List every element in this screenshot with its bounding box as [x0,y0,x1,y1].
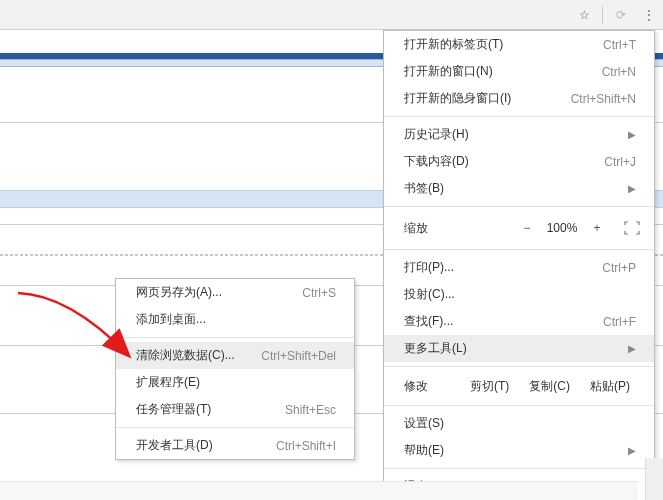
menu-item-label: 历史记录(H) [404,126,622,143]
toolbar-separator [602,6,603,24]
zoom-out-button[interactable]: − [514,221,540,235]
edit-row: 修改 剪切(T) 复制(C) 粘贴(P) [384,371,654,401]
zoom-label: 缩放 [404,220,514,237]
menu-item-shortcut: Ctrl+N [602,65,636,79]
menu-item-shortcut: Ctrl+P [602,261,636,275]
bottom-bar [0,481,638,500]
chevron-right-icon: ▶ [628,129,636,140]
browser-toolbar: ☆ ⟳ ⋮ [0,0,663,30]
chevron-right-icon: ▶ [628,343,636,354]
paste-button[interactable]: 粘贴(P) [580,378,640,395]
menu-item-label: 打印(P)... [404,259,602,276]
menu-separator [384,249,654,250]
menu-item-label: 查找(F)... [404,313,603,330]
menu-separator [384,366,654,367]
menu-separator [384,206,654,207]
menu-item-shortcut: Ctrl+F [603,315,636,329]
menu-item-shortcut: Ctrl+S [302,286,336,300]
main-menu: 打开新的标签页(T)Ctrl+T打开新的窗口(N)Ctrl+N打开新的隐身窗口(… [383,30,655,500]
menu-item-shortcut: Ctrl+Shift+N [571,92,636,106]
star-icon[interactable]: ☆ [574,5,594,25]
menu-item-label: 打开新的标签页(T) [404,36,603,53]
zoom-in-button[interactable]: + [584,221,610,235]
main-menu-item[interactable]: 下载内容(D)Ctrl+J [384,148,654,175]
menu-item-shortcut: Ctrl+Shift+Del [261,349,336,363]
menu-item-label: 网页另存为(A)... [136,284,302,301]
menu-item-label: 设置(S) [404,415,636,432]
menu-separator [384,116,654,117]
menu-item-label: 清除浏览数据(C)... [136,347,261,364]
main-menu-item[interactable]: 设置(S) [384,410,654,437]
zoom-value: 100% [540,221,584,235]
copy-button[interactable]: 复制(C) [519,378,580,395]
main-menu-item[interactable]: 打开新的窗口(N)Ctrl+N [384,58,654,85]
menu-item-label: 扩展程序(E) [136,374,336,391]
menu-separator [384,468,654,469]
submenu-item[interactable]: 添加到桌面... [116,306,354,333]
main-menu-item[interactable]: 历史记录(H)▶ [384,121,654,148]
main-menu-item[interactable]: 打开新的隐身窗口(I)Ctrl+Shift+N [384,85,654,112]
menu-separator [384,405,654,406]
submenu-item[interactable]: 扩展程序(E) [116,369,354,396]
menu-item-shortcut: Shift+Esc [285,403,336,417]
main-menu-item[interactable]: 帮助(E)▶ [384,437,654,464]
menu-item-label: 更多工具(L) [404,340,622,357]
reload-icon[interactable]: ⟳ [611,5,631,25]
submenu-item[interactable]: 任务管理器(T)Shift+Esc [116,396,354,423]
main-menu-item[interactable]: 投射(C)... [384,281,654,308]
menu-item-shortcut: Ctrl+J [604,155,636,169]
fullscreen-icon[interactable] [620,219,644,237]
main-menu-item[interactable]: 查找(F)...Ctrl+F [384,308,654,335]
more-icon[interactable]: ⋮ [639,5,659,25]
menu-item-shortcut: Ctrl+T [603,38,636,52]
chevron-right-icon: ▶ [628,183,636,194]
menu-item-label: 开发者工具(D) [136,437,276,454]
main-menu-item[interactable]: 打印(P)...Ctrl+P [384,254,654,281]
main-menu-item[interactable]: 书签(B)▶ [384,175,654,202]
more-tools-submenu: 网页另存为(A)...Ctrl+S添加到桌面... 清除浏览数据(C)...Ct… [115,278,355,460]
cut-button[interactable]: 剪切(T) [460,378,519,395]
menu-separator [116,427,354,428]
menu-item-label: 打开新的窗口(N) [404,63,602,80]
zoom-row: 缩放 − 100% + [384,211,654,245]
edit-label: 修改 [404,378,460,395]
menu-separator [116,337,354,338]
menu-item-label: 打开新的隐身窗口(I) [404,90,571,107]
submenu-item[interactable]: 网页另存为(A)...Ctrl+S [116,279,354,306]
menu-item-label: 下载内容(D) [404,153,604,170]
menu-item-label: 投射(C)... [404,286,636,303]
main-menu-item[interactable]: 更多工具(L)▶ [384,335,654,362]
submenu-item[interactable]: 清除浏览数据(C)...Ctrl+Shift+Del [116,342,354,369]
menu-item-label: 添加到桌面... [136,311,336,328]
chevron-right-icon: ▶ [628,445,636,456]
menu-item-label: 书签(B) [404,180,622,197]
submenu-item[interactable]: 开发者工具(D)Ctrl+Shift+I [116,432,354,459]
scrollbar-vertical[interactable] [645,458,663,500]
menu-item-label: 任务管理器(T) [136,401,285,418]
main-menu-item[interactable]: 打开新的标签页(T)Ctrl+T [384,31,654,58]
menu-item-label: 帮助(E) [404,442,622,459]
menu-item-shortcut: Ctrl+Shift+I [276,439,336,453]
